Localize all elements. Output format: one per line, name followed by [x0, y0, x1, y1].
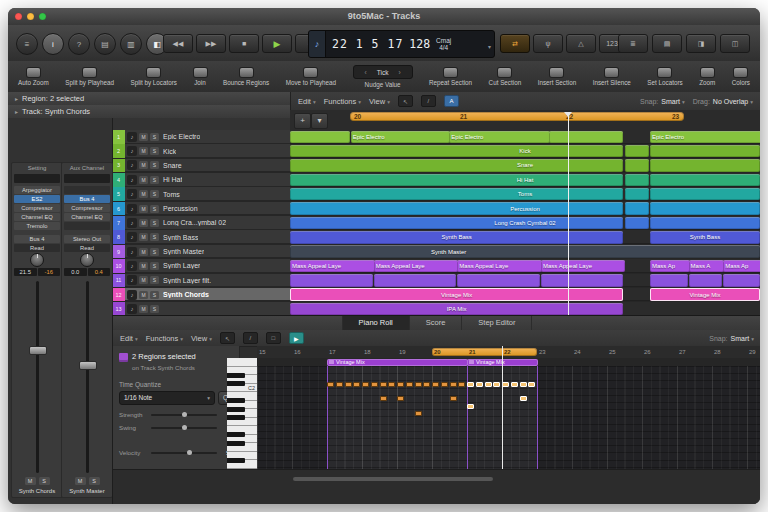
region-block[interactable]: Mass Ap	[723, 260, 760, 273]
lcd-time-signature[interactable]: 4/4	[436, 44, 451, 51]
note-pads-button[interactable]: ▤	[652, 34, 682, 53]
time-quantize-select[interactable]: 1/16 Note	[119, 391, 215, 405]
mute-button[interactable]: M	[139, 190, 148, 198]
midi-note[interactable]	[493, 382, 500, 387]
play-button[interactable]: ▶	[262, 34, 292, 53]
channel-strip-slot[interactable]: Channel EQ	[14, 213, 60, 221]
solo-button[interactable]: S	[39, 477, 50, 485]
mute-button[interactable]: M	[139, 248, 148, 256]
gain-value[interactable]: -16	[38, 268, 61, 276]
track-row-13[interactable]: 13♪MSIPA Mix	[112, 302, 760, 315]
editor-edit-menu[interactable]: Edit	[120, 334, 138, 343]
lcd-options-icon[interactable]	[488, 35, 494, 53]
region-block[interactable]: Mass Ap	[650, 260, 690, 273]
region-block[interactable]	[650, 159, 760, 172]
channel-eq-thumbnail[interactable]	[64, 174, 110, 183]
editor-cycle-region[interactable]	[432, 348, 537, 356]
solo-button[interactable]: S	[150, 147, 159, 155]
send-slot[interactable]: Stereo Out	[64, 235, 110, 243]
channel-strip-slot[interactable]: Compressor	[64, 204, 110, 212]
solo-button[interactable]: S	[150, 276, 159, 284]
toolbar-repeat-section-button[interactable]: Repeat Section	[429, 68, 472, 86]
region-block[interactable]	[650, 174, 760, 187]
mute-button[interactable]: M	[139, 291, 148, 299]
toolbar-bounce-regions-button[interactable]: Bounce Regions	[223, 68, 269, 86]
solo-button[interactable]: S	[150, 133, 159, 141]
mute-button[interactable]: M	[139, 176, 148, 184]
track-row-1[interactable]: 1♪MSEpic ElectroEpic ElectroEpic Electro…	[112, 130, 760, 144]
horizontal-scrollbar[interactable]	[293, 477, 493, 481]
mute-button[interactable]: M	[139, 205, 148, 213]
region-block[interactable]: Synth Bass	[650, 231, 760, 244]
midi-note[interactable]	[441, 382, 448, 387]
toolbar-split-by-locators-button[interactable]: Split by Locators	[130, 68, 177, 86]
region-block[interactable]: Vintage Mix	[650, 288, 760, 301]
nudge-value-select[interactable]: Tick	[353, 65, 413, 79]
close-button[interactable]	[15, 13, 22, 20]
region-block[interactable]: Mass Appeal Laye	[290, 260, 375, 273]
region-block[interactable]	[650, 188, 760, 201]
track-header[interactable]: 3♪MSSnare	[112, 159, 290, 173]
region-block[interactable]: Mass Appeal Laye	[374, 260, 459, 273]
region-block[interactable]	[625, 145, 649, 158]
lcd-display[interactable]: ♪ 22 1 5 17 128 Cmaj 4/4	[308, 30, 495, 58]
midi-note[interactable]	[432, 382, 439, 387]
midi-note[interactable]	[485, 382, 492, 387]
midi-note[interactable]	[397, 382, 404, 387]
piano-roll-grid[interactable]	[257, 366, 760, 469]
toolbar-zoom-button[interactable]: Zoom	[699, 68, 715, 86]
region-block[interactable]	[290, 202, 623, 215]
snap-control[interactable]: Snap: Smart	[640, 98, 685, 105]
track-row-8[interactable]: 8♪MSSynth BassSynth BassSynth Bass	[112, 230, 760, 244]
track-lane[interactable]: Synth Master	[290, 245, 760, 259]
solo-button[interactable]: S	[150, 161, 159, 169]
mute-button[interactable]: M	[139, 133, 148, 141]
tab-piano-roll[interactable]: Piano Roll	[342, 316, 409, 330]
tracks-edit-menu[interactable]: Edit	[298, 97, 316, 106]
midi-note[interactable]	[520, 396, 527, 401]
cycle-button[interactable]: ⇄	[500, 34, 530, 53]
region-block[interactable]	[650, 202, 760, 215]
track-lane[interactable]: Hi Hat	[290, 173, 760, 187]
midi-note[interactable]	[415, 382, 422, 387]
track-row-11[interactable]: 11♪MSSynth Layer filt.	[112, 274, 760, 288]
tab-step-editor[interactable]: Step Editor	[461, 316, 532, 330]
catch-playhead-button[interactable]: ▶	[289, 332, 304, 344]
browsers-button[interactable]: ◫	[720, 34, 750, 53]
track-lane[interactable]	[290, 274, 760, 288]
editor-functions-menu[interactable]: Functions	[146, 334, 183, 343]
velocity-slider[interactable]	[151, 452, 217, 454]
midi-note[interactable]	[415, 411, 422, 416]
channel-strip-slot[interactable]: Tremolo	[14, 222, 60, 230]
region-block[interactable]: Mass Appeal Laye	[457, 260, 542, 273]
track-inspector-header[interactable]: Track: Synth Chords	[8, 105, 298, 119]
toolbar-split-by-playhead-button[interactable]: Split by Playhead	[65, 68, 114, 86]
editor-snap-control[interactable]: Snap: Smart	[709, 335, 754, 342]
solo-button[interactable]: S	[150, 190, 159, 198]
track-header[interactable]: 13♪MS	[112, 302, 290, 315]
tracks-view-menu[interactable]: View	[369, 97, 390, 106]
region-inspector-header[interactable]: Region: 2 selected	[8, 92, 298, 106]
midi-note[interactable]	[380, 382, 387, 387]
channel-strip-slot[interactable]: Arpeggiator	[14, 186, 60, 194]
track-header[interactable]: 11♪MSSynth Layer filt.	[112, 274, 290, 288]
pointer-tool-button[interactable]: ↖	[220, 332, 235, 344]
track-header[interactable]: 8♪MSSynth Bass	[112, 230, 290, 244]
swing-slider-thumb[interactable]	[182, 425, 187, 430]
solo-button[interactable]: S	[150, 219, 159, 227]
track-lane[interactable]: Vintage MixVintage Mix	[290, 288, 760, 302]
midi-note[interactable]	[511, 382, 518, 387]
track-row-3[interactable]: 3♪MSSnareSnare	[112, 159, 760, 173]
volume-value[interactable]: 0.0	[64, 268, 87, 276]
region-block[interactable]	[290, 188, 623, 201]
smart-controls-button[interactable]: ▤	[94, 33, 116, 55]
region-block[interactable]: Synth Master	[290, 245, 760, 258]
track-row-10[interactable]: 10♪MSSynth LayerMass Appeal LayeMass App…	[112, 259, 760, 273]
apple-loops-button[interactable]: ◨	[686, 34, 716, 53]
title-bar[interactable]: 9to5Mac - Tracks	[8, 8, 760, 26]
midi-note[interactable]	[327, 382, 334, 387]
track-row-9[interactable]: 9♪MSSynth MasterSynth Master	[112, 245, 760, 259]
midi-note[interactable]	[502, 382, 509, 387]
automation-mode-button[interactable]: Read	[64, 244, 110, 252]
track-lane[interactable]: IPA Mix	[290, 302, 760, 315]
